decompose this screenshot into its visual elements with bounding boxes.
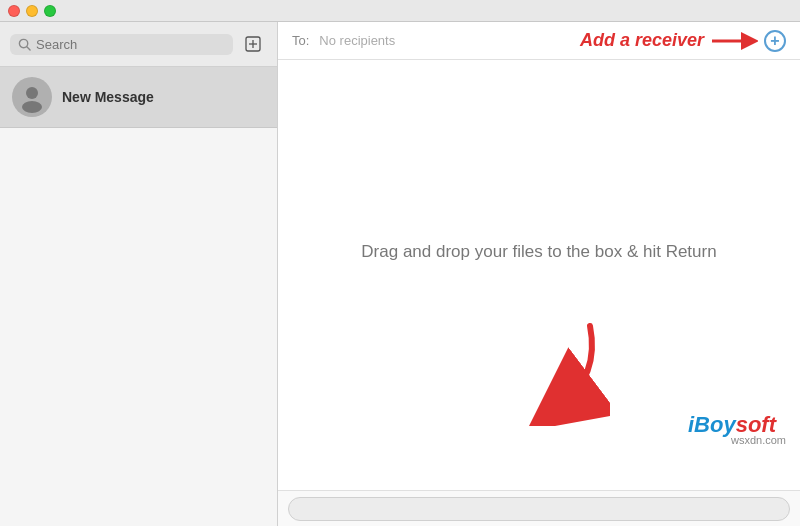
drag-drop-hint: Drag and drop your files to the box & hi… xyxy=(361,242,716,262)
search-icon xyxy=(18,38,31,51)
minimize-button[interactable] xyxy=(26,5,38,17)
watermark-container: i Boy soft wsxdn.com xyxy=(731,434,786,446)
watermark-sub: wsxdn.com xyxy=(731,434,786,446)
maximize-button[interactable] xyxy=(44,5,56,17)
title-bar xyxy=(0,0,800,22)
person-icon xyxy=(16,81,48,113)
compose-button[interactable] xyxy=(239,30,267,58)
message-title: New Message xyxy=(62,89,265,105)
search-input[interactable] xyxy=(36,37,225,52)
app-body: New Message To: No recipients Add a rece… xyxy=(0,22,800,526)
watermark-i: i xyxy=(688,412,694,438)
main-content: Drag and drop your files to the box & hi… xyxy=(278,60,800,490)
close-button[interactable] xyxy=(8,5,20,17)
watermark-boy: Boy xyxy=(694,412,736,438)
arrow-right-icon xyxy=(710,30,758,52)
svg-point-6 xyxy=(22,101,42,113)
compose-icon xyxy=(245,36,261,52)
add-receiver-label: Add a receiver xyxy=(580,30,704,51)
svg-line-1 xyxy=(27,46,30,49)
recipients-bar: To: No recipients Add a receiver + xyxy=(278,22,800,60)
message-input-bar xyxy=(278,490,800,526)
add-recipient-button[interactable]: + xyxy=(764,30,786,52)
message-item[interactable]: New Message xyxy=(0,67,277,128)
search-input-wrapper[interactable] xyxy=(10,34,233,55)
add-receiver-area: Add a receiver + xyxy=(580,30,786,52)
message-info: New Message xyxy=(62,89,265,105)
avatar xyxy=(12,77,52,117)
svg-point-5 xyxy=(26,87,38,99)
to-label: To: xyxy=(292,33,309,48)
content-area: To: No recipients Add a receiver + Drag … xyxy=(278,22,800,526)
arrow-down-icon xyxy=(520,316,610,426)
sidebar: New Message xyxy=(0,22,278,526)
search-bar xyxy=(0,22,277,67)
no-recipients-text: No recipients xyxy=(319,33,395,48)
big-arrow-container xyxy=(520,316,610,430)
message-input[interactable] xyxy=(288,497,790,521)
message-list: New Message xyxy=(0,67,277,526)
